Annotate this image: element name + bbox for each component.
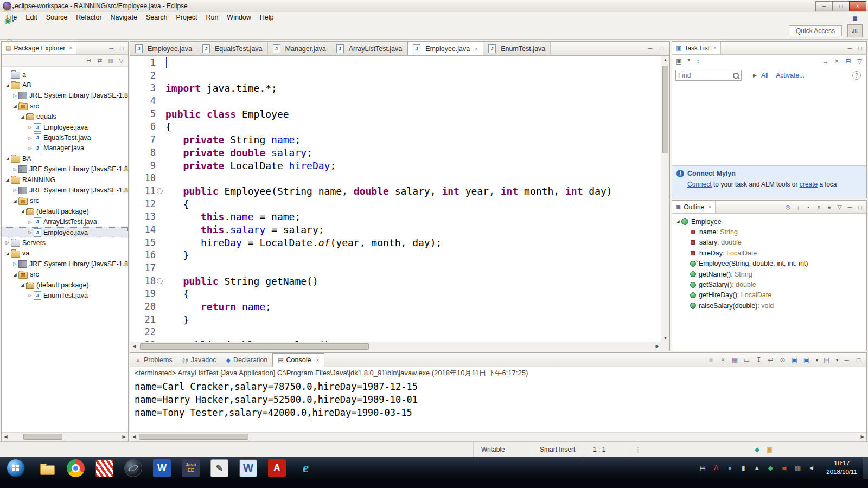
collapse-all-icon[interactable]: ⊟	[845, 57, 852, 65]
code-line-6[interactable]: {	[165, 120, 661, 133]
package-explorer-hscrollbar[interactable]: ◀ ▶	[2, 432, 128, 441]
internet-explorer-taskbar-icon[interactable]: e	[297, 459, 315, 477]
tree-item-manager-java[interactable]: ▷Manager.java	[2, 143, 128, 153]
tree-item-employee-java[interactable]: ▷Employee.java	[2, 227, 128, 237]
javaee-perspective-button[interactable]: JE	[847, 24, 863, 37]
package-explorer-tab[interactable]: ▤ Package Explorer ×	[2, 42, 76, 54]
tree-item-jre-system-library-javase-1-8[interactable]: ▷JRE System Library [JavaSE-1.8]	[2, 164, 128, 175]
tree-item-va[interactable]: ◢va	[2, 248, 128, 259]
outline-item-gethireday[interactable]: getHireDay() : LocalDate	[672, 290, 866, 300]
menu-edit[interactable]: Edit	[21, 12, 42, 22]
code-line-22[interactable]	[165, 326, 661, 339]
menu-project[interactable]: Project	[172, 12, 202, 22]
maximize-button[interactable]: □	[832, 1, 850, 11]
code-line-7[interactable]: private String name;	[165, 133, 661, 146]
expand-arrow-icon[interactable]: ▷	[4, 240, 11, 245]
outline-tab[interactable]: ≣ Outline ×	[672, 201, 716, 213]
terminate-icon[interactable]: ■	[707, 356, 714, 364]
code-line-12[interactable]: {	[165, 198, 661, 211]
code-line-5[interactable]: public class Employee	[165, 108, 661, 121]
phone-tray-tray-icon[interactable]: ▮	[739, 464, 748, 472]
wiz-note-taskbar-icon[interactable]: W	[153, 459, 171, 477]
console-tab-problems[interactable]: ▲Problems	[130, 354, 177, 367]
maximize-view-icon[interactable]: □	[855, 356, 862, 364]
tree-item-ab[interactable]: ◢AB	[2, 80, 128, 90]
code-line-17[interactable]	[165, 262, 661, 275]
chrome-taskbar-icon[interactable]	[67, 459, 85, 477]
scroll-left-icon[interactable]: ◀	[2, 433, 10, 441]
code-line-3[interactable]: import java.time.*;	[165, 82, 661, 95]
code-line-15[interactable]: hireDay = LocalDate.of(year, month, day)…	[165, 236, 661, 249]
new-class-button[interactable]: ◉▾	[3, 14, 16, 27]
word-taskbar-icon[interactable]: W	[239, 459, 257, 477]
explorer-taskbar-icon[interactable]	[38, 459, 56, 477]
scroll-right-icon[interactable]: ▶	[120, 433, 128, 441]
link-all[interactable]: All	[761, 72, 768, 79]
close-view-icon[interactable]: ×	[69, 45, 72, 51]
expand-arrow-icon[interactable]: ▷	[27, 136, 34, 140]
notes-app-taskbar-icon[interactable]: ✎	[210, 459, 228, 477]
scroll-left-icon[interactable]: ◀	[130, 433, 138, 441]
code-line-14[interactable]: this.salary = salary;	[165, 223, 661, 236]
acrobat-taskbar-icon[interactable]: A	[268, 459, 286, 477]
console-tab-declaration[interactable]: ◆Declaration	[221, 354, 272, 367]
close-tab-icon[interactable]: ×	[316, 357, 319, 363]
code-line-1[interactable]	[165, 56, 661, 69]
tree-item-default-package[interactable]: ◢(default package)	[2, 280, 128, 290]
scroll-up-icon[interactable]: ▲	[661, 56, 669, 64]
scroll-thumb[interactable]	[139, 434, 248, 440]
outline-item-employee[interactable]: ◢Employee	[672, 216, 866, 227]
menu-help[interactable]: Help	[256, 12, 278, 22]
tree-item-jre-system-library-javase-1-8[interactable]: ▷JRE System Library [JavaSE-1.8]	[2, 259, 128, 269]
scroll-thumb[interactable]	[140, 343, 369, 350]
expand-arrow-icon[interactable]: ◢	[19, 209, 26, 214]
delete-task-icon[interactable]: ×	[833, 57, 840, 65]
hide-non-public-members-icon[interactable]: ●	[826, 203, 833, 211]
expand-arrow-icon[interactable]: ◢	[4, 83, 11, 88]
security-tray-tray-icon[interactable]: ◆	[766, 464, 775, 472]
expand-arrow-icon[interactable]: ◢	[4, 156, 11, 161]
outline-item-salary[interactable]: salary : double	[672, 237, 866, 248]
remove-launch-icon[interactable]: ×	[719, 356, 726, 364]
find-input[interactable]	[675, 70, 742, 81]
minimize-view-icon[interactable]: ─	[108, 44, 115, 52]
console-view-menu-icon[interactable]: ▤	[823, 356, 830, 364]
outline-item-getname[interactable]: getName() : String	[672, 269, 866, 279]
menu-search[interactable]: Search	[142, 12, 172, 22]
expand-arrow-icon[interactable]: ◢	[11, 272, 18, 277]
maximize-view-icon[interactable]: □	[857, 203, 864, 211]
chevron-right-icon[interactable]: ▶	[753, 73, 757, 78]
code-content[interactable]: import java.time.*;public class Employee…	[164, 56, 661, 342]
volume-tray-tray-icon[interactable]: ◄	[807, 464, 815, 472]
tree-item-equalstest-java[interactable]: ▷EqualsTest.java	[2, 132, 128, 143]
new-task-icon[interactable]: ▣	[675, 57, 682, 65]
hide-static-members-icon[interactable]: s	[815, 203, 822, 211]
collapse-fold-icon[interactable]: −	[157, 278, 163, 284]
maximize-editor-icon[interactable]: □	[658, 44, 665, 52]
expand-arrow-icon[interactable]: ◢	[11, 198, 18, 203]
globe-app-taskbar-icon[interactable]	[124, 459, 142, 477]
outline-item-getsalary[interactable]: getSalary() : double	[672, 279, 866, 290]
scroll-right-icon[interactable]: ▶	[858, 433, 866, 441]
usb-tray-tray-icon[interactable]: ▥	[793, 464, 802, 472]
help-icon[interactable]: ?	[852, 71, 861, 80]
code-line-11[interactable]: public Employee(String name, double sala…	[165, 185, 661, 198]
taskbar-clock[interactable]: 18:17 2018/10/11	[821, 459, 863, 476]
focus-on-active-task-icon[interactable]: ▥	[107, 57, 114, 65]
view-menu-icon[interactable]: ▽	[118, 57, 125, 65]
link-with-editor-icon[interactable]: ↔	[822, 57, 829, 65]
code-editor[interactable]: 1234567891011−12131415161718−1920212223−…	[130, 56, 661, 342]
notifications-icon[interactable]: ▣	[766, 446, 773, 453]
show-hidden-tray-icon[interactable]: ▲	[752, 464, 761, 472]
code-line-9[interactable]: private LocalDate hireDay;	[165, 159, 661, 172]
expand-arrow-icon[interactable]: ▷	[27, 146, 34, 151]
collapse-all-icon[interactable]: ⊟	[85, 57, 92, 65]
quick-access[interactable]: Quick Access	[789, 25, 842, 36]
code-line-2[interactable]	[165, 69, 661, 82]
show-desktop-button[interactable]	[863, 457, 868, 479]
editor-vscrollbar[interactable]: ▲ ▼	[661, 56, 669, 342]
start-button[interactable]	[7, 459, 25, 477]
scroll-thumb[interactable]	[662, 66, 668, 153]
code-line-18[interactable]: public String getName()	[165, 275, 661, 288]
expand-arrow-icon[interactable]: ▷	[11, 93, 18, 98]
